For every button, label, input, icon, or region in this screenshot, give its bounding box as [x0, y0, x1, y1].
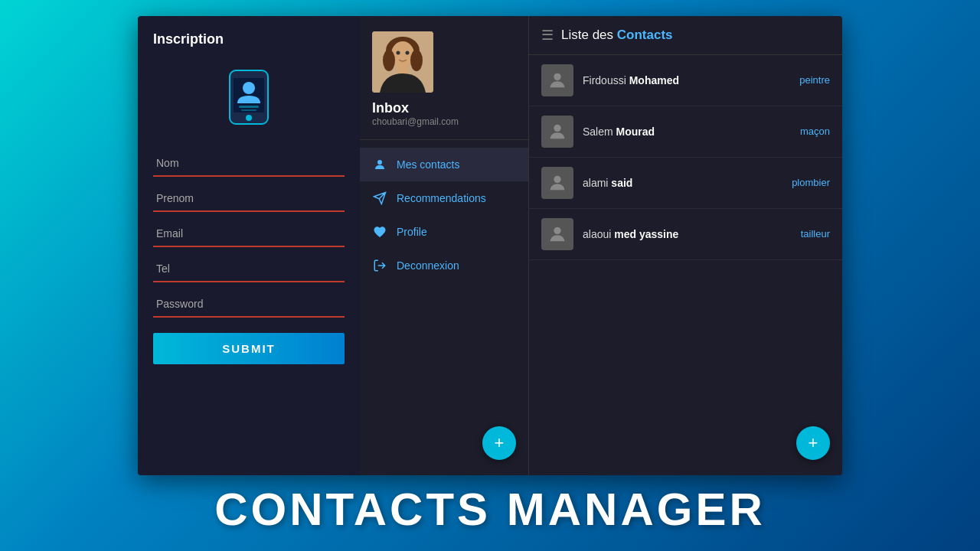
prenom-input[interactable]	[153, 186, 345, 212]
bottom-title: Contacts Manager	[214, 483, 766, 536]
svg-rect-11	[397, 66, 408, 73]
password-field-group	[153, 292, 345, 318]
nom-input[interactable]	[153, 151, 345, 177]
contact-list: Firdoussi Mohamed peintre Salem Mourad m…	[529, 55, 842, 475]
contact-tag-3: tailleur	[801, 228, 830, 240]
contact-item-3: alaoui med yassine tailleur	[529, 209, 842, 260]
user-icon	[372, 157, 387, 172]
inbox-email: choubari@gmail.com	[372, 116, 516, 127]
contact-name-2: alami said	[583, 177, 782, 189]
contact-item-1: Salem Mourad maçon	[529, 106, 842, 158]
nom-field-group	[153, 151, 345, 177]
svg-point-15	[554, 73, 560, 80]
svg-point-18	[554, 227, 560, 233]
contacts-panel: ☰ Liste des Contacts Firdoussi Mohamed p…	[528, 16, 842, 475]
phone-icon	[214, 63, 283, 132]
contact-avatar-0	[541, 64, 573, 96]
send-icon	[372, 191, 387, 206]
contact-name-0: Firdoussi Mohamed	[583, 74, 790, 86]
prenom-field-group	[153, 186, 345, 212]
inbox-panel: Inbox choubari@gmail.com Mes contacts Re…	[360, 16, 528, 475]
email-field-group	[153, 221, 345, 247]
svg-point-10	[410, 50, 423, 71]
svg-point-14	[377, 160, 382, 165]
contact-item-0: Firdoussi Mohamed peintre	[529, 55, 842, 106]
tel-field-group	[153, 256, 345, 282]
menu-item-profile[interactable]: Profile	[360, 215, 528, 249]
contact-name-3: alaoui med yassine	[583, 228, 792, 240]
svg-point-17	[554, 175, 560, 182]
menu-list: Mes contacts Recommendations Profile Dec…	[360, 140, 528, 475]
contact-avatar-1	[541, 116, 573, 148]
contact-item-2: alami said plombier	[529, 158, 842, 209]
contact-tag-2: plombier	[792, 177, 830, 188]
svg-rect-5	[241, 109, 256, 111]
avatar	[372, 31, 433, 93]
contacts-add-button[interactable]: +	[796, 426, 830, 460]
svg-rect-4	[239, 106, 259, 108]
user-profile-area: Inbox choubari@gmail.com	[360, 16, 528, 140]
contact-avatar-3	[541, 218, 573, 250]
tel-input[interactable]	[153, 256, 345, 282]
email-input[interactable]	[153, 221, 345, 247]
svg-point-2	[246, 115, 252, 121]
svg-point-3	[243, 82, 255, 94]
heart-icon	[372, 224, 387, 240]
svg-point-13	[406, 51, 410, 54]
contacts-header: ☰ Liste des Contacts	[529, 16, 842, 55]
submit-button[interactable]: SUBMIT	[153, 333, 345, 364]
menu-item-recommendations[interactable]: Recommendations	[360, 181, 528, 215]
main-container: Inscription	[138, 16, 842, 475]
contact-tag-1: maçon	[800, 126, 830, 137]
menu-item-contacts[interactable]: Mes contacts	[360, 148, 528, 181]
inscription-title: Inscription	[153, 31, 224, 47]
svg-point-16	[554, 124, 560, 131]
inbox-name: Inbox	[372, 100, 516, 116]
password-input[interactable]	[153, 292, 345, 318]
inbox-add-button[interactable]: +	[482, 426, 516, 460]
menu-item-deconnexion[interactable]: Deconnexion	[360, 249, 528, 282]
contacts-title: Liste des Contacts	[561, 28, 673, 43]
hamburger-icon[interactable]: ☰	[541, 27, 554, 44]
logout-icon	[372, 258, 387, 273]
inscription-panel: Inscription	[138, 16, 360, 475]
svg-point-9	[383, 50, 395, 71]
contact-avatar-2	[541, 167, 573, 199]
svg-point-12	[397, 51, 400, 54]
contact-tag-0: peintre	[799, 74, 830, 86]
contact-name-1: Salem Mourad	[583, 126, 791, 138]
